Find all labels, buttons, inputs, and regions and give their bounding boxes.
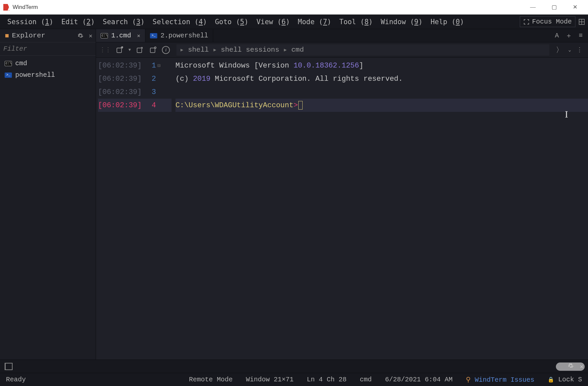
tab-cmd[interactable]: c:\ 1.cmd ✕ <box>96 29 145 42</box>
cmd-icon: c:\ <box>5 61 12 66</box>
tab-label: 2.powershell <box>161 32 208 39</box>
terminal-text: Microsoft Windows [Version <box>175 62 293 70</box>
close-button[interactable]: ✕ <box>573 4 577 11</box>
status-window-size: Window 21×71 <box>246 376 294 383</box>
timestamp: [06:02:39] <box>98 101 142 110</box>
sidebar-explorer: Explorer ✕ c:\ cmd >_ powershell <box>0 29 96 360</box>
terminal-text: Microsoft Corporation. All rights reserv… <box>211 75 403 83</box>
chevron-right-icon: ▶ <box>284 47 287 53</box>
menu-search[interactable]: Search (3) <box>99 16 148 28</box>
ibeam-cursor-icon: I <box>565 109 568 120</box>
terminal-content[interactable]: Microsoft Windows [Version 10.0.18362.12… <box>175 59 588 360</box>
svg-point-7 <box>155 47 156 48</box>
explorer-settings-icon[interactable] <box>77 33 83 39</box>
tab-label: 1.cmd <box>111 32 131 39</box>
terminal-text: (c) <box>175 75 193 83</box>
breadcrumb-segment[interactable]: shell <box>188 46 209 54</box>
tab-menu-icon[interactable]: ≡ <box>579 32 583 39</box>
line-number: 4 <box>152 101 156 110</box>
duplicate-pane-button[interactable] <box>135 46 144 54</box>
lock-icon: 🔒 <box>548 377 554 383</box>
chevron-right-icon: ▶ <box>214 47 216 53</box>
svg-text:+: + <box>121 46 123 49</box>
drag-handle-icon[interactable]: ⋮⋮ <box>99 46 111 54</box>
status-shell: cmd <box>360 376 372 383</box>
menu-selection[interactable]: Selection (4) <box>149 16 211 28</box>
status-ready: Ready <box>6 376 26 383</box>
timestamp: [06:02:39] <box>98 88 142 96</box>
more-menu-icon[interactable]: ⋮ <box>576 46 583 54</box>
svg-rect-5 <box>137 48 142 53</box>
terminal-toolbar: ⋮⋮ + ▼ i ▶ shell ▶ shell sessions ▶ cmd <box>96 42 588 58</box>
explorer-header: Explorer ✕ <box>0 29 96 42</box>
status-bar: Ready Remote Mode Window 21×71 Ln 4 Ch 2… <box>0 373 588 386</box>
focus-mode-label: Focus Mode <box>532 18 572 25</box>
explorer-title: Explorer <box>12 32 74 39</box>
maximize-button[interactable]: ▢ <box>552 4 557 11</box>
info-icon[interactable]: i <box>162 46 170 54</box>
tab-close-icon[interactable]: ✕ <box>137 32 140 39</box>
svg-rect-6 <box>150 48 155 53</box>
explorer-item-cmd[interactable]: c:\ cmd <box>0 58 96 69</box>
menu-help[interactable]: Help (0) <box>426 16 468 28</box>
menu-tool[interactable]: Tool (8) <box>335 16 377 28</box>
explorer-item-powershell[interactable]: >_ powershell <box>0 69 96 81</box>
line-number: 3 <box>152 88 156 96</box>
explorer-item-label: cmd <box>15 60 27 67</box>
breadcrumb-segment[interactable]: cmd <box>291 46 304 54</box>
fold-icon[interactable]: ⊟ <box>156 63 162 69</box>
app-logo-icon <box>3 4 10 11</box>
menu-goto[interactable]: Goto (5) <box>211 16 252 28</box>
timestamp: [06:02:39] <box>98 75 142 83</box>
explorer-item-label: powershell <box>15 71 55 79</box>
menu-view[interactable]: View (6) <box>252 16 294 28</box>
explorer-filter-input[interactable] <box>0 42 96 56</box>
powershell-icon: >_ <box>5 72 12 78</box>
line-number: 2 <box>152 75 156 83</box>
detach-pane-button[interactable] <box>149 46 157 54</box>
svg-rect-3 <box>117 48 122 53</box>
menu-session[interactable]: Session (1) <box>3 16 57 28</box>
window-titlebar: WindTerm — ▢ ✕ <box>0 0 588 15</box>
cmd-icon: c:\ <box>101 33 108 38</box>
menu-window[interactable]: Window (9) <box>377 16 426 28</box>
terminal-text: 10.0.18362.1256 <box>293 62 359 70</box>
status-mode[interactable]: Remote Mode <box>189 376 233 383</box>
font-size-button[interactable]: A <box>555 32 559 39</box>
menu-mode[interactable]: Mode (7) <box>294 16 335 28</box>
new-pane-dropdown-icon[interactable]: ▼ <box>128 48 131 52</box>
explorer-bullet-icon <box>5 34 9 37</box>
focus-mode-icon <box>523 19 529 25</box>
prompt-symbol: > <box>293 101 298 110</box>
issues-icon: ⚲ <box>466 376 471 384</box>
breadcrumb-forward-icon[interactable]: 〉 <box>556 45 563 55</box>
minimize-button[interactable]: — <box>530 4 536 11</box>
explorer-close-icon[interactable]: ✕ <box>89 32 92 39</box>
menu-bar: Session (1) Edit (2) Search (3) Selectio… <box>0 15 588 29</box>
breadcrumb-segment[interactable]: shell sessions <box>221 46 279 54</box>
status-issues[interactable]: ⚲ WindTerm Issues <box>466 375 534 384</box>
status-cursor-pos: Ln 4 Ch 28 <box>307 376 347 383</box>
window-title: WindTerm <box>13 4 38 11</box>
powershell-icon: >_ <box>150 33 157 38</box>
tab-bar: c:\ 1.cmd ✕ >_ 2.powershell A ＋ ≡ <box>96 29 588 42</box>
chevron-right-icon: ▶ <box>180 47 183 53</box>
bottom-panel-bar: ✕ <box>0 360 588 373</box>
terminal-view[interactable]: [06:02:39] [06:02:39] [06:02:39] [06:02:… <box>96 58 588 360</box>
line-number-gutter: 1⊟ 2⊟ 3⊟ 4⊟ <box>152 59 175 360</box>
prompt-path: C:\Users\WDAGUtilityAccount <box>175 101 293 110</box>
breadcrumb: ▶ shell ▶ shell sessions ▶ cmd <box>176 44 549 56</box>
layout-grid-icon[interactable] <box>579 19 585 25</box>
text-cursor <box>298 101 303 110</box>
new-pane-button[interactable]: + <box>115 46 124 54</box>
status-lock[interactable]: 🔒 Lock S <box>548 376 582 383</box>
menu-edit[interactable]: Edit (2) <box>57 16 99 28</box>
panel-logo-icon <box>5 363 12 370</box>
focus-mode-button[interactable]: Focus Mode <box>520 16 575 27</box>
tab-powershell[interactable]: >_ 2.powershell <box>145 29 213 42</box>
breadcrumb-dropdown-icon[interactable]: ⌄ <box>568 47 571 53</box>
line-number: 1 <box>152 62 156 70</box>
new-tab-button[interactable]: ＋ <box>565 31 572 40</box>
terminal-text: 2019 <box>193 75 211 83</box>
terminal-text: ] <box>359 62 364 70</box>
